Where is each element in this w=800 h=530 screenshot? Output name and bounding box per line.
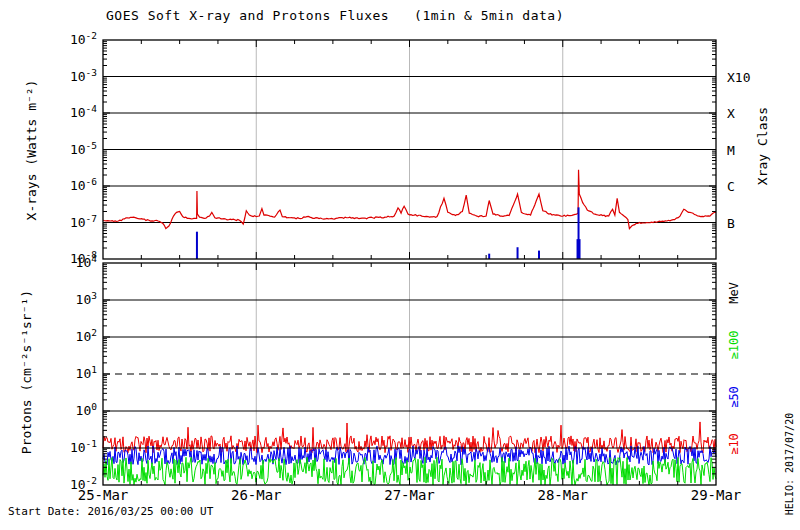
y-tick-label: 10-2 [70,30,97,47]
energy-label-ge10: ≥10 [727,433,741,455]
y-tick-label: 10-5 [70,140,97,157]
energy-label-ge50: ≥50 [727,386,741,408]
x-tick-label: 28-Mar [537,487,588,503]
mev-unit-label: MeV [727,282,741,304]
x-tick-label: 25-Mar [78,487,129,503]
x-tick-label: 27-Mar [384,487,435,503]
start-date-label: Start Date: 2016/03/25 00:00 UT [8,505,213,518]
class-label-m: M [727,143,735,158]
x-tick-labels: 25-Mar26-Mar27-Mar28-Mar29-Mar [78,487,742,503]
y-tick-label: 10-7 [70,213,97,230]
y-tick-label: 10-6 [70,176,97,193]
energy-label-ge100: ≥100 [727,331,741,360]
y-tick-label: 101 [76,364,98,381]
y-tick-label: 10-3 [70,67,97,84]
xray-class-axis-label: Xray Class [755,107,770,185]
y-tick-label: 100 [76,401,98,418]
goes-flux-chart: 10-210-310-410-510-610-710-8104103102101… [0,0,800,530]
class-label-x: X [727,106,735,121]
goes-flux-page: 10-210-310-410-510-610-710-8104103102101… [0,0,800,530]
x-tick-label: 29-Mar [691,487,742,503]
helio-date-stamp: HELIO: 2017/07/20 [784,413,795,515]
xray-axis-title: X-rays (Watts m⁻²) [24,80,39,221]
y-tick-label: 10-4 [70,103,97,120]
class-label-c: C [727,179,735,194]
xray-short-spikes [197,207,579,259]
y-tick-label: 102 [76,327,97,344]
class-label-b: B [727,216,735,231]
proton-energy-labels: MeV≥100≥50≥10 [727,282,741,455]
class-label-x10: X10 [727,70,750,85]
xray-y-tick-labels: 10-210-310-410-510-610-710-8 [70,30,97,266]
y-tick-label: 104 [76,253,98,270]
page-title: GOES Soft X-ray and Protons Fluxes (1min… [106,8,564,23]
y-tick-label: 103 [76,290,97,307]
xray-class-labels: X10XMCB [727,70,750,231]
x-tick-label: 26-Mar [231,487,282,503]
protons-y-tick-labels: 10410310210110010-110-2 [70,253,97,492]
proton-axis-title: Protons (cm⁻²s⁻¹sr⁻¹) [19,290,34,454]
y-tick-label: 10-1 [70,438,97,455]
